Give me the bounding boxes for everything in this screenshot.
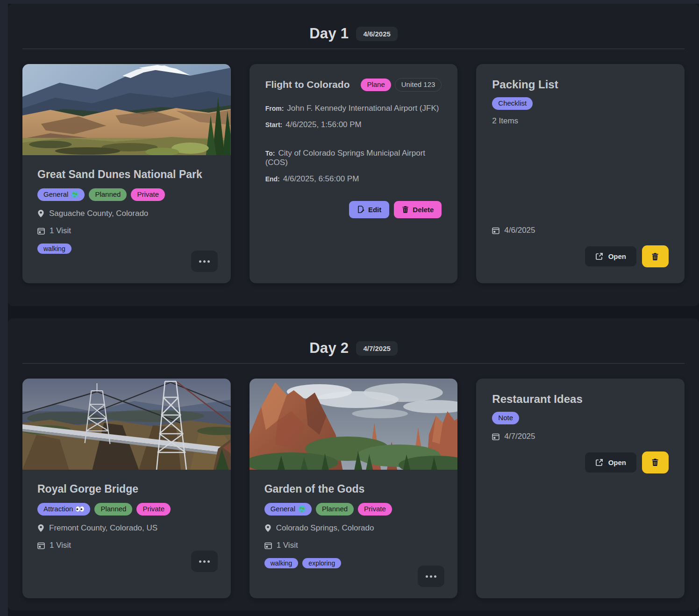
ellipsis-icon xyxy=(199,260,201,263)
location-row: Fremont County, Colorado, US xyxy=(37,523,216,533)
place-card-royal-gorge-bridge[interactable]: Royal Gorge Bridge Attraction Planned Pr… xyxy=(22,379,231,598)
start-value: 4/6/2025, 1:56:00 PM xyxy=(285,120,362,129)
to-value: City of Colorado Springs Municipal Airpo… xyxy=(265,149,425,167)
visibility-badge: Private xyxy=(136,503,171,516)
day-2-section: Day 2 4/7/2025 xyxy=(8,318,699,610)
location-text: Colorado Springs, Colorado xyxy=(276,523,374,533)
flight-header: Flight to Colorado Plane United 123 xyxy=(265,78,442,92)
external-link-icon xyxy=(595,458,603,466)
map-pin-icon xyxy=(37,209,44,218)
to-label: To: xyxy=(265,150,275,157)
checklist-card-packing-list[interactable]: Packing List Checklist 2 Items 4/6/2025 … xyxy=(476,64,685,283)
day-1-section: Day 1 4/6/2025 xyxy=(8,4,699,306)
place-card-body: Garden of the Gods General Planned Priva… xyxy=(250,470,458,598)
visits-text: 1 Visit xyxy=(50,226,71,236)
checklist-actions: Open xyxy=(492,245,669,267)
open-label: Open xyxy=(608,252,626,260)
external-link-icon xyxy=(595,252,603,260)
start-label: Start: xyxy=(265,121,283,129)
place-card-body: Great Sand Dunes National Park General P… xyxy=(22,155,231,283)
category-badge: Attraction xyxy=(37,503,90,516)
visibility-badge: Private xyxy=(358,503,392,516)
day-2-header: Day 2 4/7/2025 xyxy=(8,318,699,363)
card-menu-button[interactable] xyxy=(191,551,218,572)
spacer xyxy=(492,126,669,226)
arrival-block: To:City of Colorado Springs Municipal Ai… xyxy=(265,149,442,191)
activity-tag: walking xyxy=(37,244,71,254)
place-photo-garden-of-the-gods xyxy=(250,379,458,470)
visibility-badge: Private xyxy=(131,188,165,201)
note-card-restaurant-ideas[interactable]: Restaurant Ideas Note 4/7/2025 Open xyxy=(476,379,685,598)
category-badge: General xyxy=(264,503,312,516)
visits-row: 1 Visit xyxy=(37,541,216,550)
place-photo-sand-dunes xyxy=(22,64,231,155)
activity-tag: exploring xyxy=(302,558,341,568)
delete-button[interactable]: Delete xyxy=(394,201,442,218)
calendar-icon xyxy=(492,227,499,234)
trash-icon xyxy=(651,458,659,466)
flight-title: Flight to Colorado xyxy=(265,78,350,90)
departure-block: From:John F. Kennedy International Airpo… xyxy=(265,104,442,136)
badge-row: General Planned Private xyxy=(37,188,216,201)
ellipsis-icon xyxy=(199,560,201,563)
status-badge: Planned xyxy=(89,188,127,201)
card-menu-button[interactable] xyxy=(418,566,444,587)
end-label: End: xyxy=(265,175,280,183)
flight-actions: Edit Delete xyxy=(265,201,442,218)
visits-row: 1 Visit xyxy=(37,226,216,236)
open-button[interactable]: Open xyxy=(585,246,636,266)
from-value: John F. Kennedy International Airport (J… xyxy=(287,104,439,113)
status-badge: Planned xyxy=(316,503,354,516)
open-label: Open xyxy=(608,458,626,466)
note-type-badge: Note xyxy=(492,412,519,424)
trash-icon xyxy=(402,206,409,213)
start-line: Start:4/6/2025, 1:56:00 PM xyxy=(265,120,442,129)
tag-row: walking xyxy=(37,244,216,254)
day-1-title: Day 1 xyxy=(309,25,349,42)
location-row: Colorado Springs, Colorado xyxy=(264,523,443,533)
globe-icon xyxy=(71,191,78,198)
globe-icon xyxy=(298,505,306,513)
day-2-cards: Royal Gorge Bridge Attraction Planned Pr… xyxy=(8,364,699,598)
delete-note-button[interactable] xyxy=(642,451,669,473)
itinerary-board: Day 1 4/6/2025 xyxy=(8,4,699,616)
activity-tag: walking xyxy=(264,558,299,568)
place-card-great-sand-dunes[interactable]: Great Sand Dunes National Park General P… xyxy=(22,64,231,283)
calendar-icon xyxy=(264,542,272,549)
note-actions: Open xyxy=(492,451,669,473)
place-title: Royal Gorge Bridge xyxy=(37,483,216,495)
checklist-type-badge: Checklist xyxy=(492,97,533,110)
trash-icon xyxy=(651,252,659,261)
calendar-icon xyxy=(37,542,45,549)
note-badge-row: Note xyxy=(492,412,669,424)
delete-checklist-button[interactable] xyxy=(642,245,669,267)
flight-card[interactable]: Flight to Colorado Plane United 123 From… xyxy=(250,64,458,283)
card-menu-button[interactable] xyxy=(191,251,218,272)
flight-number-badge: United 123 xyxy=(395,78,442,92)
eyes-icon xyxy=(76,506,84,512)
open-button[interactable]: Open xyxy=(585,452,636,473)
place-card-garden-of-the-gods[interactable]: Garden of the Gods General Planned Priva… xyxy=(250,379,458,598)
file-pen-icon xyxy=(357,206,364,213)
note-card-body: Restaurant Ideas Note 4/7/2025 Open xyxy=(476,379,685,598)
badge-row: General Planned Private xyxy=(264,503,443,516)
visits-row: 1 Visit xyxy=(264,541,443,550)
from-line: From:John F. Kennedy International Airpo… xyxy=(265,104,442,113)
from-label: From: xyxy=(265,105,284,112)
transport-type-badge: Plane xyxy=(361,79,391,91)
checklist-title: Packing List xyxy=(492,78,669,91)
edit-button[interactable]: Edit xyxy=(349,201,389,218)
category-badge: General xyxy=(37,188,85,201)
place-photo-royal-gorge xyxy=(22,379,231,470)
status-badge: Planned xyxy=(94,503,132,516)
edit-label: Edit xyxy=(368,206,381,214)
day-1-header: Day 1 4/6/2025 xyxy=(8,4,699,49)
day-2-date-badge: 4/7/2025 xyxy=(356,341,397,356)
map-pin-icon xyxy=(264,524,271,532)
location-row: Saguache County, Colorado xyxy=(37,209,216,218)
place-title: Great Sand Dunes National Park xyxy=(37,168,216,181)
end-line: End:4/6/2025, 6:56:00 PM xyxy=(265,174,442,184)
checklist-date: 4/6/2025 xyxy=(504,226,535,235)
spacer xyxy=(492,473,669,582)
ellipsis-icon xyxy=(426,575,428,578)
